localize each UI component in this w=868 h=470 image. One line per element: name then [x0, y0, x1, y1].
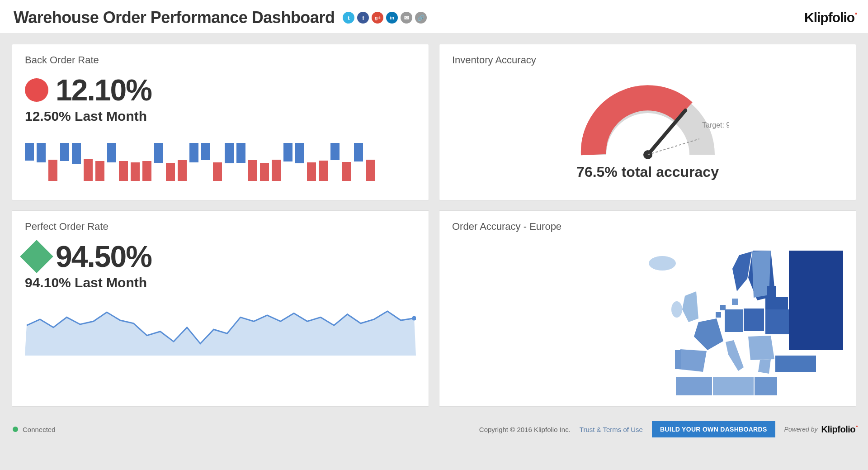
copyright-text: Copyright © 2016 Klipfolio Inc. [479, 426, 571, 433]
card-title: Order Accuracy - Europe [452, 221, 843, 233]
back-order-sub: 12.50% Last Month [25, 109, 416, 124]
svg-marker-26 [758, 359, 771, 374]
card-inventory-accuracy: Inventory Accuracy Target: 91.5% 76.5% t… [439, 44, 856, 200]
svg-rect-24 [713, 377, 754, 395]
svg-rect-22 [775, 356, 816, 372]
header-bar: Warehouse Order Performance Dashboard t … [0, 0, 868, 34]
svg-rect-20 [765, 297, 788, 309]
dashboard-body: Back Order Rate 12.10% 12.50% Last Month… [0, 34, 868, 407]
status-dot-red-icon [25, 78, 48, 102]
brand-logo: Klipfolio [804, 10, 854, 25]
googleplus-icon[interactable]: g+ [372, 12, 383, 24]
svg-marker-17 [726, 340, 744, 371]
svg-rect-27 [720, 305, 726, 310]
svg-point-9 [649, 256, 676, 271]
perfect-order-value: 94.50% [56, 242, 151, 271]
page-title: Warehouse Order Performance Dashboard [14, 8, 335, 27]
footer-left: Connected [13, 426, 56, 433]
svg-marker-12 [694, 318, 723, 350]
back-order-value: 12.10% [56, 75, 151, 105]
perfect-order-sparkline [25, 301, 416, 356]
card-perfect-order-rate: Perfect Order Rate 94.50% 94.10% Last Mo… [12, 210, 429, 407]
gauge-target-label: Target: 91.5% [702, 121, 729, 129]
map-wrap [452, 242, 843, 395]
facebook-icon[interactable]: f [357, 12, 369, 24]
card-title: Inventory Accuracy [452, 54, 843, 66]
build-dashboards-button[interactable]: BUILD YOUR OWN DASHBOARDS [652, 421, 775, 437]
svg-rect-25 [755, 377, 777, 395]
inventory-gauge-chart: Target: 91.5% [566, 78, 729, 168]
svg-marker-13 [678, 349, 707, 372]
mail-icon[interactable]: ✉ [401, 12, 412, 24]
svg-rect-19 [765, 309, 789, 334]
svg-rect-16 [744, 309, 764, 331]
svg-rect-15 [725, 309, 743, 332]
europe-choropleth-map [635, 242, 843, 395]
svg-marker-3 [25, 311, 416, 356]
svg-rect-21 [767, 286, 776, 297]
inventory-accuracy-value: 76.5% total accuracy [576, 164, 719, 180]
gauge-wrap: Target: 91.5% 76.5% total accuracy [452, 75, 843, 180]
brand-logo-small: Klipfolio [821, 424, 855, 435]
status-diamond-green-icon [20, 240, 53, 273]
card-back-order-rate: Back Order Rate 12.10% 12.50% Last Month [12, 44, 429, 200]
metric-row: 12.10% [25, 75, 416, 105]
powered-by-label: Powered by [784, 426, 818, 433]
svg-rect-14 [675, 350, 681, 369]
svg-rect-23 [676, 377, 712, 395]
svg-rect-29 [732, 299, 738, 305]
header-left: Warehouse Order Performance Dashboard t … [14, 8, 427, 27]
card-title: Perfect Order Rate [25, 221, 416, 233]
connection-status-text: Connected [23, 426, 56, 433]
svg-marker-10 [682, 291, 698, 322]
svg-rect-5 [789, 251, 843, 350]
connection-status-icon [13, 427, 18, 432]
footer-right: Copyright © 2016 Klipfolio Inc. Trust & … [479, 421, 855, 437]
trust-terms-link[interactable]: Trust & Terms of Use [580, 426, 643, 433]
svg-point-11 [671, 301, 682, 318]
footer-bar: Connected Copyright © 2016 Klipfolio Inc… [0, 415, 868, 444]
powered-by: Powered by Klipfolio [784, 424, 855, 435]
perfect-order-sub: 94.10% Last Month [25, 275, 416, 290]
card-title: Back Order Rate [25, 54, 416, 66]
back-order-winloss-chart [25, 135, 416, 189]
svg-marker-7 [732, 252, 752, 291]
link-icon[interactable]: 🔗 [415, 12, 427, 24]
svg-marker-18 [748, 336, 774, 360]
svg-rect-28 [716, 312, 721, 318]
share-icons: t f g+ in ✉ 🔗 [343, 12, 427, 24]
linkedin-icon[interactable]: in [386, 12, 398, 24]
metric-row: 94.50% [25, 242, 416, 271]
twitter-icon[interactable]: t [343, 12, 354, 24]
card-order-accuracy-europe: Order Accuracy - Europe [439, 210, 856, 407]
